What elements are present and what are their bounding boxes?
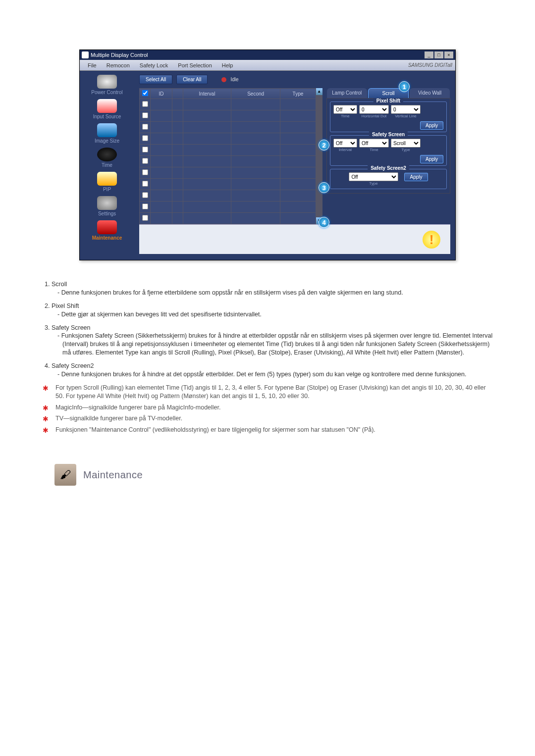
image-size-icon xyxy=(97,123,117,137)
time-icon xyxy=(97,148,117,161)
table-row[interactable] xyxy=(140,213,316,224)
sidebar-item-time[interactable]: Time xyxy=(82,148,132,168)
close-button[interactable]: × xyxy=(444,51,453,58)
sidebar-item-settings[interactable]: Settings xyxy=(82,196,132,216)
status-indicator-icon xyxy=(221,77,226,82)
safety-screen2-type-select[interactable]: Off xyxy=(349,172,398,181)
col-id[interactable]: ID xyxy=(151,89,172,99)
main-panel: Select All Clear All Idle xyxy=(134,71,455,260)
desc-item: ScrollDenne funksjonen brukes for å fjer… xyxy=(52,280,495,297)
callout-3: 3 xyxy=(319,182,329,193)
note-item: Funksjonen "Maintenance Control" (vedlik… xyxy=(52,426,495,434)
menubar: File Remocon Safety Lock Port Selection … xyxy=(80,60,455,71)
window-title: Multiple Display Control xyxy=(91,52,148,58)
pixel-shift-v-select[interactable]: 0 xyxy=(391,105,421,114)
table-row[interactable] xyxy=(140,122,316,133)
display-grid: ID Interval Second Type xyxy=(139,88,316,224)
sidebar-item-image-size[interactable]: Image Size xyxy=(82,123,132,144)
description-block: ScrollDenne funksjonen brukes for å fjer… xyxy=(40,280,495,434)
tab-lamp-control[interactable]: Lamp Control xyxy=(327,88,367,98)
pixel-shift-group: Pixel Shift Off 0 0 Time Horizontal Dot … xyxy=(330,101,447,132)
col-interval[interactable]: Interval xyxy=(183,89,231,99)
pixel-shift-h-select[interactable]: 0 xyxy=(359,105,389,114)
status-label: Idle xyxy=(230,77,238,82)
brand-label: SAMSUNG DIGITall xyxy=(408,62,452,68)
pixel-shift-state-select[interactable]: Off xyxy=(333,105,357,114)
right-tabs: Lamp Control Scroll Video Wall xyxy=(326,88,450,98)
safety-screen-group: Safety Screen Off Off Scroll Interval Ti… xyxy=(330,135,447,166)
sidebar-item-input-source[interactable]: Input Source xyxy=(82,99,132,119)
minimize-button[interactable]: _ xyxy=(425,51,433,58)
grid-area: ID Interval Second Type xyxy=(139,88,322,224)
safety-screen-time-select[interactable]: Off xyxy=(359,139,389,148)
row-checkbox[interactable] xyxy=(142,203,148,209)
row-checkbox[interactable] xyxy=(142,112,148,118)
row-checkbox[interactable] xyxy=(142,101,148,107)
table-row[interactable] xyxy=(140,133,316,145)
safety-screen2-group: Safety Screen2 Off Apply Type xyxy=(330,169,447,189)
sidebar-item-maintenance[interactable]: Maintenance xyxy=(82,220,132,241)
table-row[interactable] xyxy=(140,179,316,190)
table-row[interactable] xyxy=(140,202,316,213)
menu-safety-lock[interactable]: Safety Lock xyxy=(135,62,173,68)
table-row[interactable] xyxy=(140,110,316,122)
sidebar-item-pip[interactable]: PIP xyxy=(82,172,132,192)
table-row[interactable] xyxy=(140,167,316,179)
row-checkbox[interactable] xyxy=(142,158,148,164)
section-heading-row: Maintenance xyxy=(54,464,495,486)
gear-icon xyxy=(97,196,117,210)
row-checkbox[interactable] xyxy=(142,215,148,221)
callout-1: 1 xyxy=(399,81,410,92)
desc-item: Safety Screen2Denne funksjonen brukes fo… xyxy=(52,362,495,379)
pixel-shift-apply-button[interactable]: Apply xyxy=(420,121,443,130)
table-row[interactable] xyxy=(140,145,316,156)
safety-screen-type-select[interactable]: Scroll xyxy=(391,139,421,148)
section-heading: Maintenance xyxy=(83,469,143,481)
col-type[interactable]: Type xyxy=(280,89,316,99)
col-icon[interactable] xyxy=(172,89,183,99)
maintenance-icon xyxy=(97,220,117,234)
row-checkbox[interactable] xyxy=(142,192,148,198)
warning-icon: ! xyxy=(423,231,440,249)
desc-item: Pixel ShiftDette gjør at skjermen kan be… xyxy=(52,302,495,319)
safety-screen-interval-select[interactable]: Off xyxy=(333,139,357,148)
note-item: For typen Scroll (Rulling) kan elementet… xyxy=(52,384,495,401)
row-checkbox[interactable] xyxy=(142,181,148,187)
sidebar: Power Control Input Source Image Size Ti… xyxy=(80,71,134,260)
note-item: TV—signalkilde fungerer bare på TV-model… xyxy=(52,414,495,423)
grid-scrollbar[interactable]: ▲ ▼ xyxy=(316,88,322,224)
pip-icon xyxy=(97,172,117,186)
menu-remocon[interactable]: Remocon xyxy=(102,62,135,68)
callout-4: 4 xyxy=(319,217,329,228)
app-window: Multiple Display Control _ □ × File Remo… xyxy=(79,50,456,260)
menu-port-selection[interactable]: Port Selection xyxy=(173,62,216,68)
sidebar-item-power-control[interactable]: Power Control xyxy=(82,75,132,95)
table-row[interactable] xyxy=(140,156,316,167)
table-row[interactable] xyxy=(140,99,316,110)
menu-file[interactable]: File xyxy=(83,62,102,68)
note-item: MagicInfo—signalkilde fungerer bare på M… xyxy=(52,403,495,412)
scroll-up-icon[interactable]: ▲ xyxy=(316,88,322,95)
callout-2: 2 xyxy=(319,140,329,151)
row-checkbox[interactable] xyxy=(142,124,148,130)
table-row[interactable] xyxy=(140,190,316,202)
row-checkbox[interactable] xyxy=(142,135,148,141)
menu-help[interactable]: Help xyxy=(217,62,238,68)
input-source-icon xyxy=(97,99,117,113)
row-checkbox[interactable] xyxy=(142,147,148,152)
desc-item: Safety ScreenFunksjonen Safety Screen (S… xyxy=(52,324,495,357)
col-check[interactable] xyxy=(140,89,151,99)
row-checkbox[interactable] xyxy=(142,169,148,175)
right-panel: 1 Lamp Control Scroll Video Wall Pixel S… xyxy=(326,88,450,224)
select-all-button[interactable]: Select All xyxy=(139,75,172,84)
app-icon xyxy=(82,51,89,58)
maintenance-section-icon xyxy=(54,464,76,486)
tab-video-wall[interactable]: Video Wall xyxy=(410,88,450,98)
titlebar: Multiple Display Control _ □ × xyxy=(80,50,455,60)
power-icon xyxy=(97,75,117,89)
clear-all-button[interactable]: Clear All xyxy=(176,75,208,84)
safety-screen2-apply-button[interactable]: Apply xyxy=(404,173,428,181)
col-second[interactable]: Second xyxy=(231,89,280,99)
safety-screen-apply-button[interactable]: Apply xyxy=(420,155,443,163)
maximize-button[interactable]: □ xyxy=(434,51,443,58)
